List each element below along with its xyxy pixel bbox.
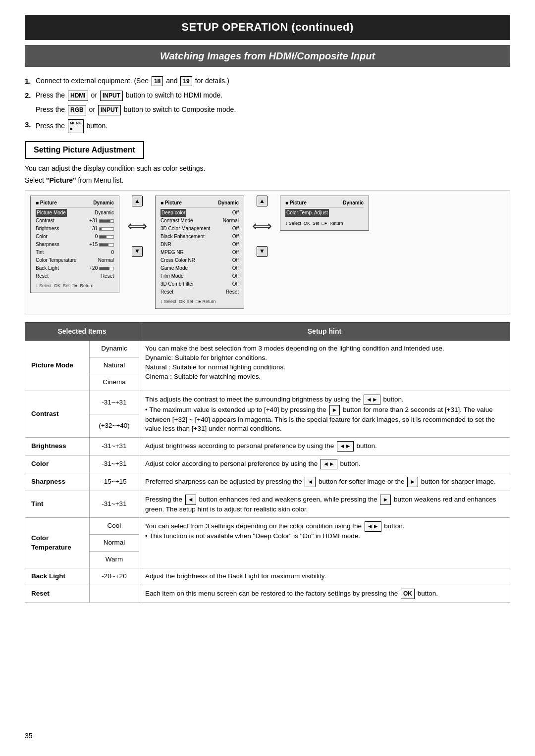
hint-contrast: This adjusts the contrast to meet the su… bbox=[139, 391, 510, 437]
rgb-btn: RGB bbox=[68, 105, 86, 115]
left-right-arrows-1: ⟺ bbox=[127, 216, 147, 236]
page-number: 35 bbox=[25, 731, 33, 741]
menu-screen-2-title: ■ PictureDynamic bbox=[160, 199, 239, 207]
value-brightness: -31~+31 bbox=[90, 438, 139, 455]
table-row-reset: Reset Each item on this menu screen can … bbox=[25, 585, 510, 603]
item-tint: Tint bbox=[25, 491, 90, 518]
menu-row-contrast: Contrast +31 bbox=[36, 217, 114, 225]
menu-screen-3: ■ PictureDynamic Color Temp. Adjust ↕ Se… bbox=[280, 196, 369, 230]
value-reset bbox=[90, 585, 139, 603]
hint-backlight: Adjust the brightness of the Back Light … bbox=[139, 568, 510, 585]
value-color: -31~+31 bbox=[90, 455, 139, 473]
hint-reset: Each item on this menu screen can be res… bbox=[139, 585, 510, 603]
hint-brightness: Adjust brightness according to personal … bbox=[139, 438, 510, 455]
value-cool: Cool bbox=[90, 518, 139, 535]
item-colortemperature: Color Temperature bbox=[25, 518, 90, 568]
value-tint: -31~+31 bbox=[90, 491, 139, 518]
menu-row-deepcolor: Deep colorOff bbox=[160, 209, 239, 217]
menu-screen-1-footer: ↕ Select OK Set □● Return bbox=[36, 282, 114, 289]
step-2-num: 2. bbox=[25, 90, 33, 101]
steps-section: 1. Connect to external equipment. (See 1… bbox=[25, 76, 510, 133]
watching-header: Watching Images from HDMI/Composite Inpu… bbox=[25, 45, 510, 67]
menu-screen-3-title: ■ PictureDynamic bbox=[285, 199, 364, 207]
menu-row-dnr: DNROff bbox=[160, 241, 239, 249]
menu-btn: MENU■ bbox=[68, 119, 84, 133]
menu-row-reset-2: ResetReset bbox=[160, 288, 239, 296]
table-row-picturemode: Picture Mode Dynamic You can make the be… bbox=[25, 341, 510, 357]
up-arrow-btn[interactable]: ▲ bbox=[132, 196, 143, 206]
value-contrast-1: -31~+31 bbox=[90, 391, 139, 414]
step-3-num: 3. bbox=[25, 119, 33, 130]
menu-row-mpegnr: MPEG NROff bbox=[160, 249, 239, 256]
section-heading: Setting Picture Adjustment bbox=[25, 141, 144, 159]
ref-18: 18 bbox=[152, 76, 163, 87]
settings-table: Selected Items Setup hint Picture Mode D… bbox=[25, 322, 510, 603]
step-1: 1. Connect to external equipment. (See 1… bbox=[25, 76, 510, 87]
menu-row-backlight: Back Light +20 bbox=[36, 264, 114, 272]
input-btn-2: INPUT bbox=[98, 105, 121, 115]
item-color: Color bbox=[25, 455, 90, 473]
value-normal: Normal bbox=[90, 535, 139, 552]
table-row-sharpness: Sharpness -15~+15 Preferred sharpness ca… bbox=[25, 473, 510, 491]
ref-19: 19 bbox=[180, 76, 192, 87]
menu-row-filmmode: Film ModeOff bbox=[160, 272, 239, 280]
menu-row-3dcolor: 3D Color ManagementOff bbox=[160, 225, 239, 233]
item-sharpness: Sharpness bbox=[25, 473, 90, 491]
table-row-color: Color -31~+31 Adjust color according to … bbox=[25, 455, 510, 473]
menu-screen-1: ■ PictureDynamic Picture ModeDynamic Con… bbox=[30, 196, 119, 293]
nav-arrows-2: ▲ ⟺ ▼ bbox=[249, 196, 275, 256]
step-2-sub: Press the RGB or INPUT button to switch … bbox=[36, 105, 510, 115]
menu-row-brightness: Brightness -31 bbox=[36, 225, 114, 233]
menu-screen-2-footer: ↕ Select OK Set □● Return bbox=[160, 298, 239, 305]
menu-row-black: Black EnhancementOff bbox=[160, 233, 239, 241]
value-backlight: -20~+20 bbox=[90, 568, 139, 585]
menu-screen-3-select: ↕ Select OK Set □● Return bbox=[285, 220, 364, 227]
table-row-colortemp-cool: Color Temperature Cool You can select fr… bbox=[25, 518, 510, 535]
menu-screen-2: ■ PictureDynamic Deep colorOff Contrast … bbox=[155, 196, 244, 308]
left-right-arrows-2: ⟺ bbox=[252, 216, 272, 236]
hint-picturemode: You can make the best selection from 3 m… bbox=[139, 341, 510, 391]
step-2: 2. Press the HDMI or INPUT button to swi… bbox=[25, 90, 510, 101]
table-row-contrast: Contrast -31~+31 This adjusts the contra… bbox=[25, 391, 510, 414]
down-arrow-btn-2[interactable]: ▼ bbox=[257, 246, 268, 257]
value-contrast-2: (+32~+40) bbox=[90, 414, 139, 438]
step-1-content: Connect to external equipment. (See 18 a… bbox=[36, 76, 229, 87]
setting-picture-section: Setting Picture Adjustment You can adjus… bbox=[25, 141, 510, 186]
step-2-content: Press the HDMI or INPUT button to switch… bbox=[36, 90, 222, 101]
hint-color: Adjust color according to personal prefe… bbox=[139, 455, 510, 473]
menu-row-3dcomb: 3D Comb FilterOff bbox=[160, 280, 239, 288]
item-reset: Reset bbox=[25, 585, 90, 603]
hint-colortemperature: You can select from 3 settings depending… bbox=[139, 518, 510, 568]
col-selected-items-header: Selected Items bbox=[25, 322, 139, 341]
value-warm: Warm bbox=[90, 552, 139, 568]
menu-screenshots-area: ■ PictureDynamic Picture ModeDynamic Con… bbox=[25, 190, 510, 314]
up-arrow-btn-2[interactable]: ▲ bbox=[257, 196, 268, 206]
step-3-content: Press the MENU■ button. bbox=[36, 119, 107, 133]
hint-tint: Pressing the ◄ button enhances red and w… bbox=[139, 491, 510, 518]
table-row-backlight: Back Light -20~+20 Adjust the brightness… bbox=[25, 568, 510, 585]
step-1-num: 1. bbox=[25, 76, 33, 86]
section-desc-2: Select "Picture" from Menu list. bbox=[25, 176, 510, 186]
menu-row-sharpness: Sharpness +15 bbox=[36, 241, 114, 249]
value-sharpness: -15~+15 bbox=[90, 473, 139, 491]
menu-row-colortempadj: Color Temp. Adjust bbox=[285, 209, 364, 217]
value-cinema: Cinema bbox=[90, 374, 139, 391]
table-row-brightness: Brightness -31~+31 Adjust brightness acc… bbox=[25, 438, 510, 455]
down-arrow-btn[interactable]: ▼ bbox=[132, 246, 143, 257]
step-3: 3. Press the MENU■ button. bbox=[25, 119, 510, 133]
hdmi-btn: HDMI bbox=[68, 91, 88, 101]
menu-row-contrastmode: Contrast ModeNormal bbox=[160, 217, 239, 225]
item-backlight: Back Light bbox=[25, 568, 90, 585]
menu-row-reset-1: ResetReset bbox=[36, 272, 114, 280]
menu-row-gamemode: Game ModeOff bbox=[160, 264, 239, 272]
hint-sharpness: Preferred sharpness can be adjusted by p… bbox=[139, 473, 510, 491]
nav-arrows-1: ▲ ⟺ ▼ bbox=[124, 196, 150, 256]
setup-header: SETUP OPERATION (continued) bbox=[25, 15, 510, 40]
item-picturemode: Picture Mode bbox=[25, 341, 90, 391]
item-contrast: Contrast bbox=[25, 391, 90, 437]
menu-row-picturemode: Picture ModeDynamic bbox=[36, 209, 114, 217]
section-desc-1: You can adjust the display condition suc… bbox=[25, 164, 510, 174]
input-btn-1: INPUT bbox=[100, 91, 123, 101]
item-brightness: Brightness bbox=[25, 438, 90, 455]
menu-row-tint: Tint 0 bbox=[36, 249, 114, 256]
